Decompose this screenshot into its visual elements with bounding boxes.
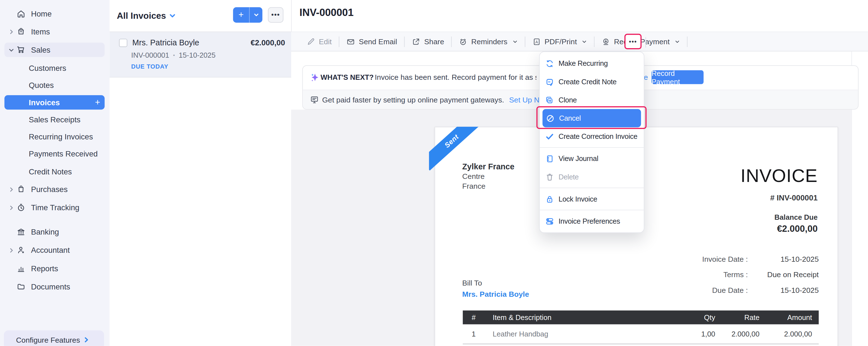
sidebar-item-quotes[interactable]: Quotes (4, 78, 105, 92)
bill-to-customer-link[interactable]: Mrs. Patricia Boyle (462, 289, 529, 300)
sidebar-item-home[interactable]: Home (4, 7, 105, 21)
chevron-right-icon (8, 29, 14, 34)
sidebar-item-credit-notes[interactable]: Credit Notes (4, 164, 105, 179)
sidebar-item-customers[interactable]: Customers (4, 61, 105, 75)
sidebar-item-documents[interactable]: Documents (4, 279, 105, 294)
bar-chart-icon (16, 264, 27, 273)
sidebar-item-accountant[interactable]: Accountant (4, 243, 105, 257)
reminders-button[interactable]: Reminders (452, 37, 525, 45)
sidebar-item-sales-receipts[interactable]: Sales Receipts (4, 112, 105, 127)
menu-item-make-recurring[interactable]: Make Recurring (540, 54, 644, 72)
bill-to-label: Bill To (462, 278, 529, 289)
more-actions-button[interactable]: ••• (629, 38, 637, 44)
document-title: INVOICE (741, 165, 817, 186)
sparkle-icon (310, 72, 320, 83)
sidebar-item-sales[interactable]: Sales (4, 42, 105, 57)
balance-due-amount: €2.000,00 (777, 224, 817, 234)
lock-icon (545, 194, 554, 203)
menu-item-lock-invoice[interactable]: Lock Invoice (540, 190, 644, 208)
sidebar: Home Items Sales Customers Quotes (0, 0, 110, 346)
meta-row-invoice-date: Invoice Date : 15-10-2025 (435, 251, 819, 267)
page-title: INV-000001 (300, 7, 354, 19)
bank-icon (16, 228, 27, 237)
payment-download-icon (602, 37, 610, 45)
preferences-toggles-icon (545, 217, 554, 226)
gateway-text: Get paid faster by setting up online pay… (322, 95, 504, 104)
sidebar-item-items[interactable]: Items (4, 24, 105, 39)
chevron-down-icon[interactable] (250, 7, 262, 23)
annotation-highlight-more: ••• (624, 34, 642, 49)
company-country: France (462, 181, 514, 191)
sidebar-item-time-tracking[interactable]: Time Tracking (4, 200, 105, 215)
chevron-down-icon (513, 39, 518, 44)
alarm-check-icon (459, 37, 468, 45)
sidebar-item-invoices[interactable]: Invoices + (4, 95, 105, 109)
credit-note-icon (545, 77, 554, 86)
whats-next-label: WHAT'S NEXT? (320, 73, 374, 82)
folder-icon (16, 282, 27, 291)
sidebar-item-recurring-invoices[interactable]: Recurring Invoices (4, 130, 105, 144)
bill-to-block: Bill To Mrs. Patricia Boyle (462, 278, 529, 300)
customer-name: Mrs. Patricia Boyle (132, 38, 199, 47)
cancel-icon (545, 114, 555, 123)
new-invoice-split-button[interactable]: + (233, 7, 262, 23)
configure-features-button[interactable]: Configure Features (4, 330, 104, 346)
table-row: 1 Leather Handbag 1,00 2.000,00 2.000,00 (463, 324, 819, 344)
invoice-amount: €2.000,00 (251, 38, 285, 47)
bag-icon (16, 27, 27, 36)
cart-icon (16, 45, 27, 54)
svg-text:A: A (535, 39, 538, 44)
invoice-number: INV-000001 (131, 51, 169, 59)
company-block: Zylker France Centre France (462, 161, 514, 191)
pdf-file-icon: A (532, 37, 541, 45)
shopping-bag-icon (16, 185, 27, 194)
sidebar-item-purchases[interactable]: Purchases (4, 182, 105, 196)
menu-item-create-credit-note[interactable]: Create Credit Note (540, 72, 644, 91)
banner-link-fragment[interactable]: e (644, 73, 648, 82)
list-more-button[interactable]: ••• (268, 7, 283, 23)
menu-item-clone[interactable]: Clone (540, 91, 644, 109)
chevron-right-icon (8, 205, 14, 210)
clone-icon (545, 95, 554, 104)
chevron-right-icon (8, 248, 14, 253)
trash-icon (545, 172, 554, 181)
edit-button[interactable]: Edit (300, 37, 339, 45)
record-payment-cta-button[interactable]: Record Payment (652, 70, 704, 84)
sidebar-item-banking[interactable]: Banking (4, 225, 105, 239)
plus-icon[interactable]: + (233, 7, 249, 23)
menu-item-invoice-preferences[interactable]: Invoice Preferences (540, 212, 644, 230)
sidebar-item-payments-received[interactable]: Payments Received (4, 147, 105, 161)
separator-dot: • (173, 52, 175, 58)
toolbar: Edit Send Email Share Reminders (291, 32, 868, 52)
pdf-print-button[interactable]: A PDF/Print (525, 37, 594, 45)
share-icon (412, 37, 421, 45)
app-window: Home Items Sales Customers Quotes (0, 0, 868, 346)
recurring-icon (545, 59, 554, 68)
menu-item-delete[interactable]: Delete (540, 168, 644, 186)
company-address-line: Centre (462, 171, 514, 182)
sidebar-item-reports[interactable]: Reports (4, 261, 105, 276)
chevron-down-icon (582, 39, 587, 44)
chevron-down-icon (675, 39, 680, 44)
stopwatch-icon (16, 203, 27, 212)
menu-item-cancel[interactable]: Cancel (542, 109, 641, 127)
chevron-down-icon (8, 47, 14, 52)
menu-item-view-journal[interactable]: View Journal (540, 150, 644, 168)
send-email-button[interactable]: Send Email (339, 37, 404, 45)
menu-item-create-correction-invoice[interactable]: Create Correction Invoice (540, 127, 644, 146)
chevron-right-icon (8, 187, 14, 192)
row-checkbox[interactable] (119, 38, 127, 47)
document-number: # INV-000001 (770, 193, 817, 202)
chevron-right-icon (84, 337, 89, 343)
invoice-list-item[interactable]: Mrs. Patricia Boyle €2.000,00 INV-000001… (110, 32, 291, 77)
company-name: Zylker France (462, 161, 514, 171)
table-header: # Item & Description Qty Rate Amount (463, 310, 819, 324)
share-button[interactable]: Share (405, 37, 452, 45)
new-invoice-plus-icon[interactable]: + (95, 97, 100, 107)
payment-gateway-icon (310, 95, 319, 104)
pencil-icon (307, 37, 315, 45)
invoice-filter-dropdown[interactable]: All Invoices (117, 11, 175, 21)
list-panel-actions: + ••• (233, 7, 283, 23)
home-icon (16, 9, 27, 19)
accountant-icon (16, 246, 27, 255)
